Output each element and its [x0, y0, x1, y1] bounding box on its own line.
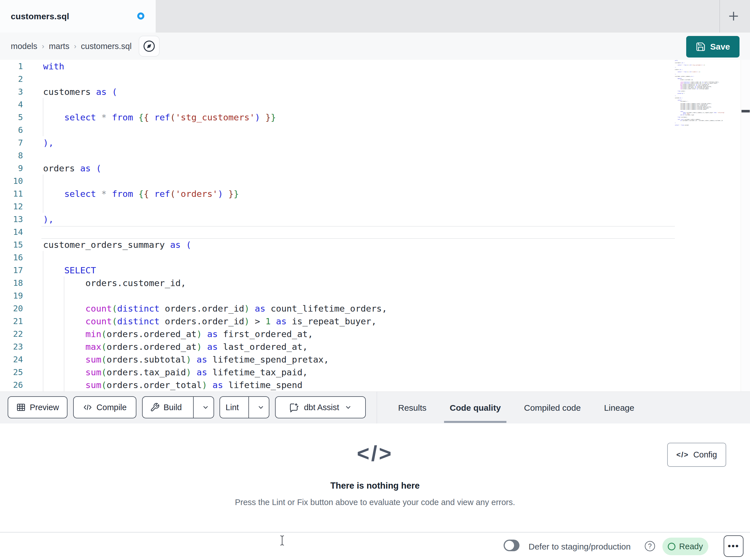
- defer-toggle[interactable]: [504, 540, 519, 551]
- empty-state-title: There is nothing here: [0, 481, 750, 491]
- code-line[interactable]: 19: [0, 289, 750, 302]
- code-line[interactable]: 5 select * from {{ ref('stg_customers') …: [0, 111, 750, 124]
- code-line[interactable]: 22 min(orders.ordered_at) as first_order…: [0, 328, 750, 340]
- code-line[interactable]: 16: [0, 251, 750, 264]
- line-number: 3: [0, 87, 23, 97]
- line-number: 9: [0, 163, 23, 173]
- unsaved-changes-indicator: [137, 13, 144, 20]
- code-text: orders.customer_id,: [23, 278, 186, 288]
- breadcrumb-bar: models›marts›customers.sql Save: [0, 33, 750, 60]
- status-bar: Defer to staging/production ? Ready •••: [0, 532, 750, 560]
- panel-tab-compiled-code[interactable]: Compiled code: [518, 392, 586, 424]
- code-line[interactable]: 9orders as (: [0, 162, 750, 174]
- code-text: sum(orders.tax_paid) as lifetime_tax_pai…: [23, 367, 308, 377]
- breadcrumb-separator: ›: [42, 42, 44, 51]
- code-text: count(distinct orders.order_id) > 1 as i…: [23, 316, 377, 326]
- code-text: min(orders.ordered_at) as first_ordered_…: [23, 329, 313, 339]
- code-icon: </>: [676, 450, 689, 459]
- code-line[interactable]: 1with: [0, 60, 750, 72]
- lint-label: Lint: [226, 403, 239, 412]
- line-number: 13: [0, 214, 23, 224]
- breadcrumb-item: customers.sql: [81, 42, 132, 51]
- code-brackets-icon: </>: [0, 441, 750, 466]
- code-line[interactable]: 15customer_orders_summary as (: [0, 238, 750, 251]
- code-line[interactable]: 13),: [0, 213, 750, 226]
- line-number: 8: [0, 151, 23, 160]
- line-number: 15: [0, 240, 23, 250]
- code-editor[interactable]: 1with23customers as (45 select * from {{…: [0, 60, 750, 392]
- compass-icon: [143, 40, 156, 53]
- line-number: 6: [0, 125, 23, 135]
- panel-tab-strip: ResultsCode qualityCompiled codeLineage: [392, 392, 640, 424]
- more-options-button[interactable]: •••: [724, 535, 744, 557]
- breadcrumb: models›marts›customers.sql: [11, 33, 132, 60]
- status-badge[interactable]: Ready: [663, 538, 708, 555]
- build-split-button: Build: [142, 396, 214, 418]
- editor-tab-bar: customers.sql: [0, 0, 750, 33]
- line-number: 26: [0, 380, 23, 390]
- code-line[interactable]: 8: [0, 149, 750, 162]
- config-label: Config: [693, 450, 717, 459]
- lint-button[interactable]: Lint: [220, 397, 244, 418]
- panel-tab-code-quality[interactable]: Code quality: [444, 392, 507, 424]
- text-cursor-pointer: [279, 535, 285, 546]
- editor-scrollbar[interactable]: [741, 60, 750, 392]
- line-number: 17: [0, 265, 23, 275]
- dbt-assist-label: dbt Assist: [304, 403, 339, 412]
- code-line[interactable]: 23 max(orders.ordered_at) as last_ordere…: [0, 340, 750, 353]
- new-tab-button[interactable]: [725, 7, 742, 25]
- code-line[interactable]: 4: [0, 98, 750, 111]
- code-line[interactable]: 2: [0, 72, 750, 85]
- line-number: 18: [0, 278, 23, 288]
- code-line[interactable]: 14: [0, 226, 750, 238]
- breadcrumb-item: models: [11, 42, 37, 51]
- code-line[interactable]: 18 orders.customer_id,: [0, 276, 750, 289]
- build-button[interactable]: Build: [143, 397, 189, 418]
- code-line[interactable]: 6: [0, 124, 750, 136]
- code-text: with: [23, 61, 64, 71]
- compile-label: Compile: [96, 403, 126, 412]
- editor-minimap[interactable]: withcustomers as ( select * from {{ ref(…: [675, 60, 740, 188]
- file-navigate-button[interactable]: [139, 36, 160, 57]
- toolbar-divider: [377, 392, 377, 424]
- preview-label: Preview: [30, 403, 59, 412]
- code-text: customer_orders_summary as (: [23, 240, 191, 250]
- line-number: 7: [0, 138, 23, 148]
- scrollbar-thumb[interactable]: [742, 110, 750, 112]
- code-line[interactable]: 17 SELECT: [0, 264, 750, 276]
- lint-dropdown-button[interactable]: [253, 397, 269, 418]
- dbt-assist-button[interactable]: dbt Assist: [275, 396, 366, 418]
- breadcrumb-item: marts: [49, 42, 70, 51]
- line-number: 4: [0, 100, 23, 109]
- code-line[interactable]: 10: [0, 174, 750, 187]
- save-button[interactable]: Save: [686, 36, 739, 58]
- line-number: 20: [0, 304, 23, 313]
- code-text: sum(orders.subtotal) as lifetime_spend_p…: [23, 354, 329, 365]
- code-line[interactable]: 3customers as (: [0, 85, 750, 98]
- code-line[interactable]: 7),: [0, 136, 750, 149]
- help-icon[interactable]: ?: [645, 541, 655, 551]
- code-line[interactable]: 11 select * from {{ ref('orders') }}: [0, 187, 750, 200]
- code-line[interactable]: 24 sum(orders.subtotal) as lifetime_spen…: [0, 353, 750, 366]
- line-number: 10: [0, 176, 23, 186]
- split-divider: [193, 397, 194, 418]
- panel-tab-results[interactable]: Results: [392, 392, 432, 424]
- lint-split-button: Lint: [219, 396, 269, 418]
- code-line[interactable]: 12: [0, 200, 750, 213]
- config-button[interactable]: </> Config: [667, 443, 726, 467]
- line-number: 1: [0, 61, 23, 71]
- build-dropdown-button[interactable]: [198, 397, 214, 418]
- line-number: 24: [0, 355, 23, 364]
- plus-icon: [727, 9, 740, 23]
- panel-tab-lineage[interactable]: Lineage: [598, 392, 640, 424]
- compile-button[interactable]: Compile: [73, 396, 136, 418]
- file-tab-label: customers.sql: [11, 12, 69, 21]
- empty-state-description: Press the Lint or Fix button above to ev…: [0, 498, 750, 507]
- chevron-down-icon: [202, 403, 210, 411]
- file-tab-customers-sql[interactable]: customers.sql: [0, 0, 156, 33]
- code-line[interactable]: 21 count(distinct orders.order_id) > 1 a…: [0, 315, 750, 328]
- code-line[interactable]: 25 sum(orders.tax_paid) as lifetime_tax_…: [0, 366, 750, 378]
- code-line[interactable]: 26 sum(orders.order_total) as lifetime_s…: [0, 378, 750, 391]
- code-line[interactable]: 20 count(distinct orders.order_id) as co…: [0, 302, 750, 315]
- preview-button[interactable]: Preview: [8, 396, 67, 418]
